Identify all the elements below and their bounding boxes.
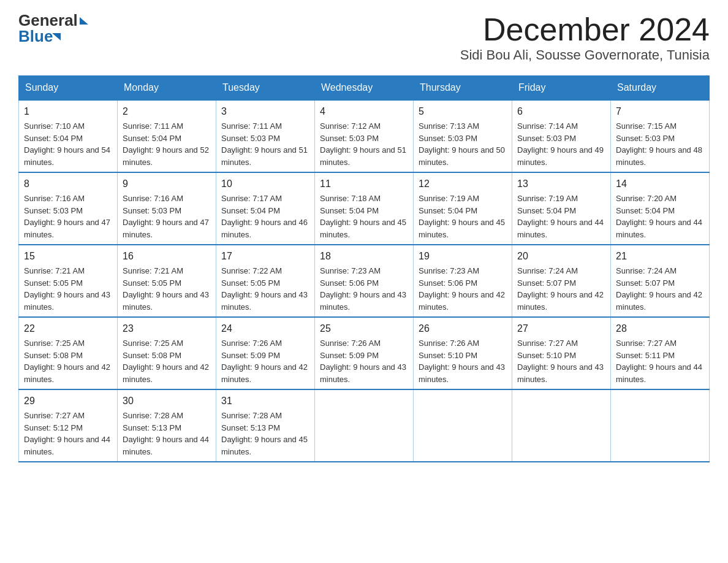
day-info: Sunrise: 7:27 AMSunset: 5:12 PMDaylight:… [24, 411, 110, 456]
location-title: Sidi Bou Ali, Sousse Governorate, Tunisi… [460, 47, 710, 63]
day-number: 3 [221, 104, 309, 119]
calendar-day-cell: 2Sunrise: 7:11 AMSunset: 5:04 PMDaylight… [118, 100, 216, 172]
calendar-day-cell: 10Sunrise: 7:17 AMSunset: 5:04 PMDayligh… [216, 172, 315, 245]
header: General Blue December 2024 Sidi Bou Ali,… [18, 12, 710, 63]
weekday-header-wednesday: Wednesday [315, 76, 414, 101]
calendar-week-row: 8Sunrise: 7:16 AMSunset: 5:03 PMDaylight… [19, 172, 710, 245]
weekday-header-friday: Friday [512, 76, 611, 101]
calendar-day-cell: 23Sunrise: 7:25 AMSunset: 5:08 PMDayligh… [118, 317, 216, 389]
calendar-day-cell: 1Sunrise: 7:10 AMSunset: 5:04 PMDaylight… [19, 100, 118, 172]
day-info: Sunrise: 7:25 AMSunset: 5:08 PMDaylight:… [24, 339, 110, 384]
calendar-week-row: 1Sunrise: 7:10 AMSunset: 5:04 PMDaylight… [19, 100, 710, 172]
calendar-day-cell: 24Sunrise: 7:26 AMSunset: 5:09 PMDayligh… [216, 317, 315, 389]
day-number: 26 [419, 321, 507, 336]
calendar-day-cell: 19Sunrise: 7:23 AMSunset: 5:06 PMDayligh… [414, 245, 512, 317]
logo-triangle-icon [80, 17, 88, 25]
day-info: Sunrise: 7:10 AMSunset: 5:04 PMDaylight:… [24, 121, 110, 167]
day-number: 22 [24, 321, 112, 336]
day-info: Sunrise: 7:18 AMSunset: 5:04 PMDaylight:… [320, 194, 406, 239]
day-number: 17 [221, 249, 309, 264]
day-number: 7 [616, 104, 704, 119]
weekday-header-tuesday: Tuesday [216, 76, 315, 101]
logo-general-text: General [18, 12, 78, 28]
day-number: 8 [24, 177, 112, 191]
calendar-week-row: 29Sunrise: 7:27 AMSunset: 5:12 PMDayligh… [19, 389, 710, 462]
calendar-table: SundayMondayTuesdayWednesdayThursdayFrid… [18, 75, 710, 462]
day-number: 10 [221, 177, 309, 191]
calendar-week-row: 22Sunrise: 7:25 AMSunset: 5:08 PMDayligh… [19, 317, 710, 389]
day-info: Sunrise: 7:26 AMSunset: 5:09 PMDaylight:… [320, 339, 406, 384]
day-number: 11 [320, 177, 408, 191]
day-info: Sunrise: 7:28 AMSunset: 5:13 PMDaylight:… [221, 411, 308, 456]
day-number: 21 [616, 249, 704, 264]
day-info: Sunrise: 7:17 AMSunset: 5:04 PMDaylight:… [221, 194, 308, 239]
calendar-day-cell: 4Sunrise: 7:12 AMSunset: 5:03 PMDaylight… [315, 100, 414, 172]
calendar-week-row: 15Sunrise: 7:21 AMSunset: 5:05 PMDayligh… [19, 245, 710, 317]
day-number: 29 [24, 394, 112, 408]
day-number: 2 [123, 104, 211, 119]
calendar-day-cell [611, 389, 710, 462]
calendar-day-cell [512, 389, 611, 462]
day-number: 15 [24, 249, 112, 264]
day-number: 27 [517, 321, 605, 336]
day-number: 18 [320, 249, 408, 264]
calendar-day-cell: 31Sunrise: 7:28 AMSunset: 5:13 PMDayligh… [216, 389, 315, 462]
calendar-day-cell: 8Sunrise: 7:16 AMSunset: 5:03 PMDaylight… [19, 172, 118, 245]
day-info: Sunrise: 7:14 AMSunset: 5:03 PMDaylight:… [517, 121, 604, 167]
day-info: Sunrise: 7:25 AMSunset: 5:08 PMDaylight:… [123, 339, 209, 384]
weekday-header-row: SundayMondayTuesdayWednesdayThursdayFrid… [19, 76, 710, 101]
day-info: Sunrise: 7:11 AMSunset: 5:04 PMDaylight:… [123, 121, 209, 167]
day-number: 31 [221, 394, 309, 408]
calendar-day-cell: 25Sunrise: 7:26 AMSunset: 5:09 PMDayligh… [315, 317, 414, 389]
day-info: Sunrise: 7:19 AMSunset: 5:04 PMDaylight:… [517, 194, 604, 239]
day-info: Sunrise: 7:28 AMSunset: 5:13 PMDaylight:… [123, 411, 209, 456]
calendar-day-cell: 30Sunrise: 7:28 AMSunset: 5:13 PMDayligh… [118, 389, 216, 462]
logo-blue-text: Blue [18, 28, 53, 44]
day-number: 14 [616, 177, 704, 191]
day-number: 20 [517, 249, 605, 264]
day-number: 4 [320, 104, 408, 119]
calendar-day-cell: 6Sunrise: 7:14 AMSunset: 5:03 PMDaylight… [512, 100, 611, 172]
calendar-day-cell: 26Sunrise: 7:26 AMSunset: 5:10 PMDayligh… [414, 317, 512, 389]
day-number: 19 [419, 249, 507, 264]
weekday-header-monday: Monday [118, 76, 216, 101]
day-info: Sunrise: 7:11 AMSunset: 5:03 PMDaylight:… [221, 121, 308, 167]
calendar-day-cell [414, 389, 512, 462]
day-number: 6 [517, 104, 605, 119]
calendar-day-cell: 27Sunrise: 7:27 AMSunset: 5:10 PMDayligh… [512, 317, 611, 389]
day-number: 23 [123, 321, 211, 336]
day-info: Sunrise: 7:21 AMSunset: 5:05 PMDaylight:… [24, 266, 110, 312]
calendar-day-cell: 18Sunrise: 7:23 AMSunset: 5:06 PMDayligh… [315, 245, 414, 317]
weekday-header-saturday: Saturday [611, 76, 710, 101]
calendar-day-cell: 15Sunrise: 7:21 AMSunset: 5:05 PMDayligh… [19, 245, 118, 317]
calendar-day-cell: 21Sunrise: 7:24 AMSunset: 5:07 PMDayligh… [611, 245, 710, 317]
day-number: 12 [419, 177, 507, 191]
logo: General Blue [18, 12, 88, 44]
day-info: Sunrise: 7:13 AMSunset: 5:03 PMDaylight:… [419, 121, 505, 167]
day-number: 5 [419, 104, 507, 119]
day-info: Sunrise: 7:26 AMSunset: 5:09 PMDaylight:… [221, 339, 308, 384]
day-info: Sunrise: 7:12 AMSunset: 5:03 PMDaylight:… [320, 121, 406, 167]
calendar-day-cell: 16Sunrise: 7:21 AMSunset: 5:05 PMDayligh… [118, 245, 216, 317]
calendar-day-cell: 17Sunrise: 7:22 AMSunset: 5:05 PMDayligh… [216, 245, 315, 317]
day-number: 28 [616, 321, 704, 336]
calendar-day-cell: 3Sunrise: 7:11 AMSunset: 5:03 PMDaylight… [216, 100, 315, 172]
day-info: Sunrise: 7:23 AMSunset: 5:06 PMDaylight:… [320, 266, 406, 312]
day-info: Sunrise: 7:24 AMSunset: 5:07 PMDaylight:… [616, 266, 702, 312]
day-info: Sunrise: 7:23 AMSunset: 5:06 PMDaylight:… [419, 266, 505, 312]
day-number: 16 [123, 249, 211, 264]
day-number: 13 [517, 177, 605, 191]
calendar-day-cell: 28Sunrise: 7:27 AMSunset: 5:11 PMDayligh… [611, 317, 710, 389]
weekday-header-sunday: Sunday [19, 76, 118, 101]
calendar-day-cell [315, 389, 414, 462]
day-number: 1 [24, 104, 112, 119]
calendar-day-cell: 29Sunrise: 7:27 AMSunset: 5:12 PMDayligh… [19, 389, 118, 462]
weekday-header-thursday: Thursday [414, 76, 512, 101]
calendar-day-cell: 12Sunrise: 7:19 AMSunset: 5:04 PMDayligh… [414, 172, 512, 245]
day-info: Sunrise: 7:22 AMSunset: 5:05 PMDaylight:… [221, 266, 308, 312]
day-info: Sunrise: 7:16 AMSunset: 5:03 PMDaylight:… [123, 194, 209, 239]
day-info: Sunrise: 7:20 AMSunset: 5:04 PMDaylight:… [616, 194, 702, 239]
calendar-day-cell: 7Sunrise: 7:15 AMSunset: 5:03 PMDaylight… [611, 100, 710, 172]
day-number: 25 [320, 321, 408, 336]
day-info: Sunrise: 7:16 AMSunset: 5:03 PMDaylight:… [24, 194, 110, 239]
